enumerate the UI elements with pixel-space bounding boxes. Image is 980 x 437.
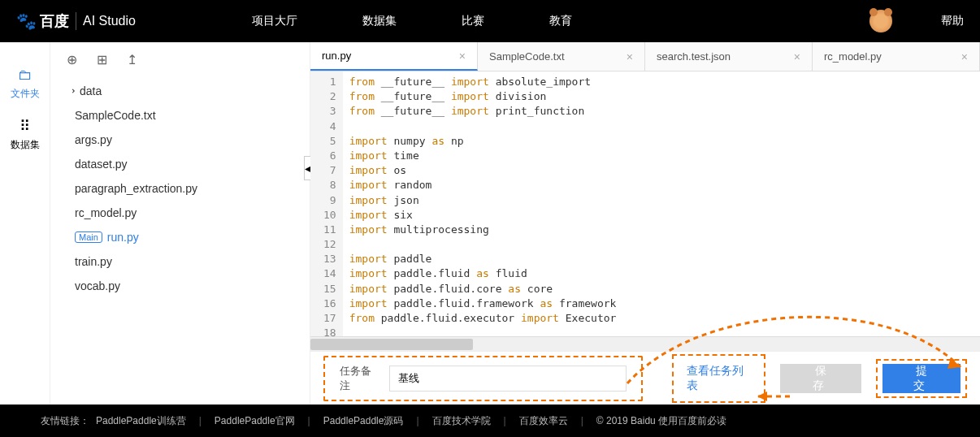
- nav-projects[interactable]: 项目大厅: [252, 14, 297, 28]
- task-note-group: 任务备注: [323, 356, 643, 401]
- footer-link[interactable]: 百度效率云: [519, 414, 568, 428]
- tab-sample[interactable]: SampleCode.txt×: [478, 42, 645, 71]
- top-header: 🐾百度 AI Studio 项目大厅 数据集 比赛 教育 帮助: [0, 0, 980, 42]
- tab-run[interactable]: run.py×: [310, 42, 478, 71]
- main-area: 🗀 文件夹 ⠿ 数据集 ⊕ ⊞ ↥ data SampleCode.txt ar…: [0, 42, 980, 405]
- task-note-input[interactable]: [389, 366, 627, 392]
- footer: 友情链接： PaddlePaddle训练营| PaddlePaddle官网| P…: [0, 405, 980, 437]
- top-nav: 项目大厅 数据集 比赛 教育: [252, 14, 869, 28]
- sidebar-toolbar: ⊕ ⊞ ↥: [50, 42, 310, 77]
- left-rail: 🗀 文件夹 ⠿ 数据集: [0, 42, 50, 405]
- folder-label: data: [80, 84, 102, 97]
- tree-file[interactable]: SampleCode.txt: [60, 103, 300, 128]
- scrollbar-thumb[interactable]: [310, 339, 473, 350]
- footer-link[interactable]: PaddlePaddle训练营: [96, 414, 186, 428]
- file-tree: data SampleCode.txt args.py dataset.py p…: [50, 77, 310, 300]
- dataset-icon: ⠿: [20, 117, 30, 135]
- paw-icon: 🐾: [16, 11, 37, 31]
- tree-file[interactable]: vocab.py: [60, 274, 300, 298]
- main-badge: Main: [75, 231, 102, 243]
- tab-label: SampleCode.txt: [489, 50, 565, 63]
- view-tasks-box: 查看任务列表: [672, 354, 765, 403]
- tab-label: run.py: [322, 50, 351, 62]
- rail-folder-label: 文件夹: [11, 87, 40, 101]
- rail-dataset-label: 数据集: [11, 138, 40, 152]
- rail-dataset[interactable]: ⠿ 数据集: [0, 109, 50, 160]
- nav-competitions[interactable]: 比赛: [462, 14, 484, 28]
- file-sidebar: ⊕ ⊞ ↥ data SampleCode.txt args.py datase…: [50, 42, 310, 405]
- rail-folder[interactable]: 🗀 文件夹: [0, 58, 50, 109]
- editor-pane: ◀ run.py× SampleCode.txt× search.test.js…: [310, 42, 980, 405]
- save-button[interactable]: 保存: [780, 364, 861, 393]
- new-folder-icon[interactable]: ⊞: [97, 52, 107, 67]
- close-icon[interactable]: ×: [627, 50, 633, 63]
- tree-file[interactable]: rc_model.py: [60, 201, 300, 225]
- help-link[interactable]: 帮助: [941, 14, 964, 28]
- logo[interactable]: 🐾百度 AI Studio: [16, 11, 228, 31]
- tree-file[interactable]: dataset.py: [60, 152, 300, 176]
- submit-button[interactable]: 提交: [882, 364, 960, 393]
- tab-search[interactable]: search.test.json×: [645, 42, 813, 71]
- task-note-label: 任务备注: [340, 364, 379, 393]
- tree-file[interactable]: paragraph_extraction.py: [60, 176, 300, 201]
- close-icon[interactable]: ×: [459, 50, 466, 63]
- tab-rc[interactable]: rc_model.py×: [813, 42, 980, 71]
- tree-file[interactable]: args.py: [60, 128, 300, 152]
- tree-file-label: run.py: [107, 231, 139, 244]
- footer-label: 友情链接：: [41, 414, 89, 428]
- new-file-icon[interactable]: ⊕: [67, 52, 77, 67]
- logo-divider: [76, 12, 76, 30]
- tree-file[interactable]: train.py: [60, 249, 300, 274]
- logo-text-baidu: 百度: [40, 11, 69, 31]
- nav-education[interactable]: 教育: [549, 14, 572, 28]
- tree-folder-data[interactable]: data: [60, 79, 300, 103]
- footer-link[interactable]: 百度技术学院: [432, 414, 491, 428]
- close-icon[interactable]: ×: [794, 50, 800, 63]
- bottom-bar: 任务备注 查看任务列表 保存 提交: [310, 351, 980, 405]
- code-body[interactable]: from __future__ import absolute_importfr…: [343, 71, 980, 336]
- folder-icon: 🗀: [18, 67, 33, 84]
- collapse-sidebar-icon[interactable]: ◀: [304, 156, 310, 180]
- footer-link[interactable]: PaddlePaddle官网: [215, 414, 295, 428]
- upload-icon[interactable]: ↥: [127, 52, 137, 67]
- tab-label: search.test.json: [657, 50, 731, 63]
- code-editor[interactable]: 123456789101112131415161718192021222324 …: [310, 71, 980, 336]
- horizontal-scrollbar[interactable]: [310, 336, 980, 351]
- line-gutter: 123456789101112131415161718192021222324: [310, 71, 343, 336]
- footer-link[interactable]: PaddlePaddle源码: [323, 414, 404, 428]
- close-icon[interactable]: ×: [961, 50, 968, 63]
- nav-datasets[interactable]: 数据集: [362, 14, 397, 28]
- tab-label: rc_model.py: [824, 50, 882, 63]
- footer-copyright: © 2019 Baidu 使用百度前必读: [596, 414, 726, 428]
- tree-file-active[interactable]: Main run.py: [60, 225, 300, 249]
- editor-tabs: run.py× SampleCode.txt× search.test.json…: [310, 42, 980, 71]
- view-tasks-link[interactable]: 查看任务列表: [687, 364, 744, 392]
- logo-text-studio: AI Studio: [83, 14, 136, 28]
- submit-box: 提交: [876, 359, 967, 398]
- avatar[interactable]: [869, 10, 892, 32]
